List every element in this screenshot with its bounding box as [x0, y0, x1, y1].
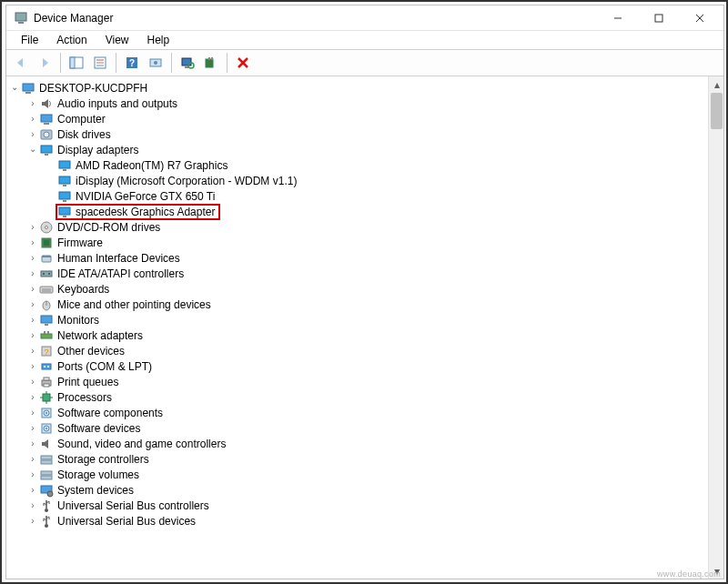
tree-category[interactable]: ›Storage volumes — [8, 467, 708, 482]
toolbar-scan-hardware-button[interactable] — [177, 52, 198, 74]
menu-view[interactable]: View — [96, 32, 138, 48]
device-tree[interactable]: ⌄DESKTOP-KUCDPFH›Audio inputs and output… — [6, 76, 708, 579]
printer-icon — [39, 375, 54, 389]
tree-node-label: Disk drives — [57, 128, 111, 141]
svg-rect-0 — [15, 13, 26, 21]
display-icon — [57, 189, 72, 204]
tree-category[interactable]: ›Storage controllers — [8, 451, 708, 467]
tree-node-label: Ports (COM & LPT) — [57, 360, 152, 373]
tree-category[interactable]: ›Disk drives — [8, 126, 708, 142]
expander-icon[interactable]: › — [26, 347, 39, 356]
expander-icon[interactable]: › — [26, 115, 39, 124]
tree-node-label: Storage controllers — [57, 453, 149, 466]
expander-icon[interactable]: › — [26, 362, 39, 371]
expander-icon[interactable]: › — [26, 424, 39, 433]
toolbar-back-button[interactable] — [10, 52, 32, 74]
svg-point-63 — [47, 366, 49, 368]
minimize-button[interactable] — [597, 6, 638, 30]
expander-icon[interactable]: › — [26, 300, 39, 309]
vertical-scrollbar[interactable]: ▴ ▾ — [708, 76, 723, 579]
tree-category[interactable]: ›Software components — [8, 405, 708, 420]
tree-category[interactable]: ›Print queues — [8, 374, 708, 389]
svg-rect-39 — [63, 216, 66, 217]
svg-point-86 — [45, 524, 48, 528]
toolbar-help-button[interactable]: ? — [121, 52, 143, 74]
tree-category[interactable]: ›Universal Serial Bus devices — [8, 513, 708, 529]
expander-icon[interactable]: › — [26, 408, 39, 418]
toolbar-uninstall-button[interactable] — [232, 52, 254, 74]
tree-node-label: AMD Radeon(TM) R7 Graphics — [76, 159, 228, 172]
expander-icon[interactable]: › — [26, 238, 39, 247]
tree-category[interactable]: ›Mice and other pointing devices — [8, 297, 708, 312]
tree-category[interactable]: ›Computer — [8, 111, 708, 126]
tree-category[interactable]: ›Keyboards — [8, 281, 708, 297]
expander-icon[interactable]: › — [26, 254, 39, 263]
tree-category[interactable]: ›Audio inputs and outputs — [8, 96, 708, 111]
software-icon — [39, 406, 54, 420]
expander-icon[interactable]: › — [26, 285, 39, 294]
expander-icon[interactable]: › — [26, 455, 39, 464]
tree-device[interactable]: ·NVIDIA GeForce GTX 650 Ti — [8, 188, 708, 204]
expander-icon[interactable]: ⌄ — [26, 145, 39, 154]
expander-icon[interactable]: › — [26, 269, 39, 278]
toolbar-forward-button[interactable] — [34, 52, 56, 74]
system-icon — [39, 483, 54, 498]
titlebar: Device Manager — [6, 5, 723, 31]
tree-category[interactable]: ›Firmware — [8, 235, 708, 250]
menu-help[interactable]: Help — [138, 32, 179, 48]
menu-action[interactable]: Action — [47, 32, 96, 48]
tree-node-label: Other devices — [57, 345, 125, 357]
tree-category[interactable]: ›System devices — [8, 482, 708, 498]
ide-icon — [39, 267, 54, 281]
tree-node-label: Print queues — [57, 376, 118, 388]
tree-category[interactable]: ›Monitors — [8, 312, 708, 327]
toolbar-console-tree-button[interactable] — [66, 52, 87, 74]
expander-icon[interactable]: › — [26, 378, 39, 387]
tree-device[interactable]: ·iDisplay (Microsoft Corporation - WDDM … — [8, 173, 708, 188]
toolbar-separator — [227, 53, 228, 73]
expander-icon[interactable]: › — [26, 99, 39, 108]
expander-icon[interactable]: › — [26, 501, 39, 510]
scroll-up-arrow[interactable]: ▴ — [709, 76, 723, 92]
expander-icon[interactable]: › — [26, 486, 39, 495]
tree-category[interactable]: ›Processors — [8, 389, 708, 405]
toolbar-update-driver-button[interactable] — [145, 52, 167, 74]
svg-point-62 — [44, 366, 46, 368]
tree-category[interactable]: ›Universal Serial Bus controllers — [8, 498, 708, 513]
scroll-thumb[interactable] — [711, 93, 723, 129]
toolbar-properties-button[interactable] — [89, 52, 111, 74]
menu-file[interactable]: File — [12, 32, 47, 48]
tree-category[interactable]: ›Human Interface Devices — [8, 250, 708, 266]
expander-icon[interactable]: › — [26, 470, 39, 479]
expander-icon[interactable]: › — [26, 316, 39, 325]
maximize-button[interactable] — [638, 6, 679, 30]
expander-icon[interactable]: › — [26, 223, 39, 232]
tree-category[interactable]: ›DVD/CD-ROM drives — [8, 219, 708, 235]
svg-text:?: ? — [129, 58, 135, 68]
tree-category[interactable]: ›Software devices — [8, 420, 708, 436]
svg-rect-30 — [41, 146, 52, 153]
tree-category[interactable]: ›Network adapters — [8, 327, 708, 343]
expander-icon[interactable]: › — [26, 331, 39, 340]
expander-icon: · — [45, 176, 57, 186]
expander-icon[interactable]: › — [26, 517, 39, 526]
expander-icon[interactable]: ⌄ — [8, 83, 21, 92]
expander-icon[interactable]: › — [26, 130, 39, 139]
content-area: ⌄DESKTOP-KUCDPFH›Audio inputs and output… — [6, 76, 723, 579]
tree-device[interactable]: ·spacedesk Graphics Adapter — [8, 204, 708, 219]
expander-icon[interactable]: › — [26, 393, 39, 402]
svg-point-83 — [47, 491, 53, 497]
tree-root[interactable]: ⌄DESKTOP-KUCDPFH — [8, 80, 708, 96]
close-button[interactable] — [679, 6, 720, 30]
toolbar-add-legacy-button[interactable] — [200, 52, 222, 74]
svg-rect-25 — [25, 92, 31, 94]
tree-category[interactable]: ›Sound, video and game controllers — [8, 436, 708, 451]
svg-rect-36 — [59, 192, 70, 199]
expander-icon[interactable]: › — [26, 439, 39, 448]
tree-category[interactable]: ›Ports (COM & LPT) — [8, 358, 708, 374]
tree-device[interactable]: ·AMD Radeon(TM) R7 Graphics — [8, 157, 708, 173]
usb-icon — [39, 498, 54, 513]
tree-category[interactable]: ›?Other devices — [8, 343, 708, 358]
tree-category[interactable]: ›IDE ATA/ATAPI controllers — [8, 266, 708, 281]
tree-category[interactable]: ⌄Display adapters — [8, 142, 708, 157]
